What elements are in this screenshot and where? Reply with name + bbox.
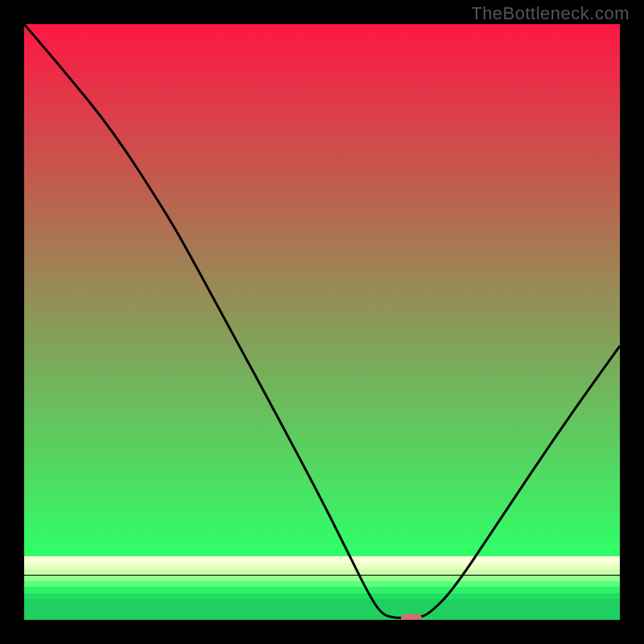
bottleneck-curve: [24, 24, 620, 618]
curve-svg: [24, 24, 620, 620]
optimal-marker: [401, 614, 421, 620]
chart-frame: TheBottleneck.com: [0, 0, 644, 644]
plot-area: [24, 24, 620, 620]
watermark-text: TheBottleneck.com: [471, 3, 630, 24]
